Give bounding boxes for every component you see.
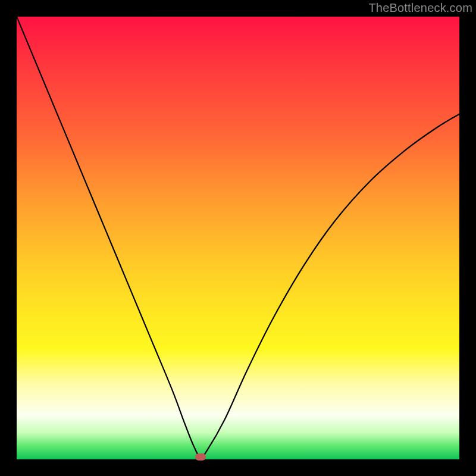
plot-area <box>17 17 459 459</box>
chart-frame: TheBottleneck.com <box>0 0 476 476</box>
watermark-text: TheBottleneck.com <box>368 1 472 15</box>
optimal-point-marker <box>195 453 206 461</box>
bottleneck-curve <box>17 17 459 459</box>
